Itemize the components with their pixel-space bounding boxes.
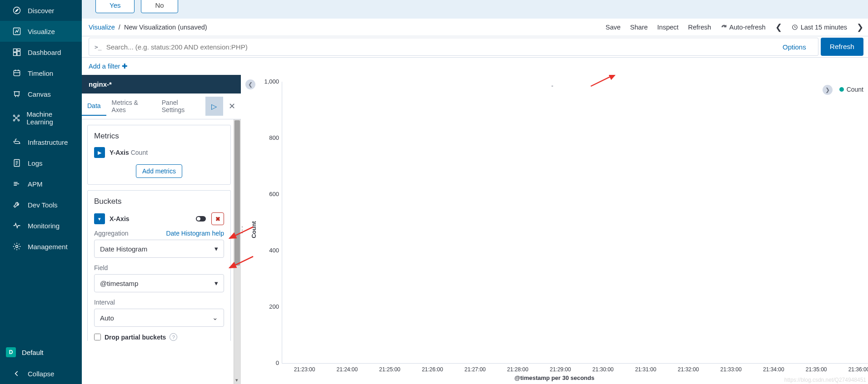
- chart-next-button[interactable]: ❯: [823, 85, 833, 95]
- field-label: Field: [94, 264, 108, 271]
- chevron-down-icon: ▾: [215, 279, 218, 287]
- notice-no-button[interactable]: No: [141, 0, 178, 13]
- x-tick: 21:23:00: [294, 366, 315, 373]
- refresh-button[interactable]: Refresh: [821, 38, 863, 56]
- share-action[interactable]: Share: [630, 24, 648, 31]
- nav-machine-learning[interactable]: Machine Learning: [0, 104, 82, 132]
- refresh-action[interactable]: Refresh: [688, 24, 711, 31]
- y-tick: 400: [260, 247, 279, 254]
- resize-handle[interactable]: ⋮: [238, 225, 246, 235]
- yaxis-label: Y-Axis: [110, 149, 129, 156]
- index-pattern-header[interactable]: nginx-*: [82, 75, 241, 94]
- x-tick: 21:33:00: [720, 366, 742, 373]
- drop-partial-checkbox[interactable]: [94, 334, 101, 340]
- y-tick: 600: [260, 191, 279, 197]
- save-action[interactable]: Save: [606, 24, 621, 31]
- panel-tabs: Data Metrics & Axes Panel Settings ▷ ✕: [82, 94, 241, 119]
- aggregation-help-link[interactable]: Date Histogram help: [166, 230, 224, 237]
- time-next-button[interactable]: ❯: [857, 22, 863, 32]
- annotation-arrow: [589, 75, 620, 89]
- y-axis-line: [282, 82, 282, 363]
- y-tick: 0: [260, 359, 279, 366]
- tab-panel-settings[interactable]: Panel Settings: [156, 94, 205, 119]
- svg-point-12: [15, 117, 17, 118]
- collapse-icon: ▾: [94, 213, 105, 224]
- breadcrumb-root[interactable]: Visualize: [89, 24, 115, 31]
- x-tick: 21:29:00: [550, 366, 571, 373]
- svg-rect-5: [14, 53, 17, 56]
- infra-icon: [10, 138, 23, 147]
- nav-management[interactable]: Management: [0, 236, 82, 257]
- nav-label: Collapse: [28, 370, 54, 378]
- notice-yes-button[interactable]: Yes: [95, 0, 135, 13]
- space-default[interactable]: DDefault: [0, 341, 82, 363]
- x-tick: 21:27:00: [464, 366, 486, 373]
- logs-icon: [10, 158, 23, 167]
- search-row: >_ Options Refresh: [82, 36, 868, 58]
- help-icon[interactable]: ?: [170, 333, 177, 341]
- delete-bucket-button[interactable]: ✖: [211, 212, 224, 225]
- svg-rect-7: [14, 70, 20, 76]
- x-axis-line: [282, 363, 868, 364]
- clock-icon: [792, 24, 798, 30]
- x-tick: 21:35:00: [806, 366, 827, 373]
- scrollbar-thumb[interactable]: [234, 120, 240, 266]
- scroll-down-icon[interactable]: ▾: [235, 377, 238, 383]
- search-box[interactable]: >_ Options: [89, 38, 818, 56]
- tab-metrics-axes[interactable]: Metrics & Axes: [106, 94, 156, 119]
- time-range[interactable]: Last 15 minutes: [792, 24, 847, 31]
- nav-dashboard[interactable]: Dashboard: [0, 42, 82, 63]
- svg-rect-4: [17, 49, 20, 51]
- time-prev-button[interactable]: ❮: [775, 22, 782, 32]
- nav-discover[interactable]: Discover: [0, 0, 82, 21]
- tab-data[interactable]: Data: [82, 97, 106, 116]
- nav-infrastructure[interactable]: Infrastructure: [0, 132, 82, 153]
- nav-logs[interactable]: Logs: [0, 153, 82, 173]
- chart-empty-marker: -: [551, 82, 554, 89]
- legend-label: Count: [847, 86, 863, 93]
- field-select[interactable]: @timestamp▾: [94, 274, 224, 292]
- xaxis-row[interactable]: ▾ X-Axis: [94, 213, 130, 224]
- section-title: Buckets: [94, 197, 224, 206]
- ml-icon: [10, 113, 22, 123]
- compass-icon: [10, 6, 23, 15]
- close-panel-button[interactable]: ✕: [223, 101, 241, 111]
- nav-label: Timelion: [28, 69, 53, 77]
- y-tick: 200: [260, 303, 279, 310]
- aggregation-select[interactable]: Date Histogram▾: [94, 240, 224, 258]
- search-input[interactable]: [106, 43, 776, 51]
- yaxis-row[interactable]: ▶ Y-Axis Count: [94, 147, 224, 158]
- nav-collapse[interactable]: Collapse: [0, 363, 82, 384]
- notice-bar: Yes No: [82, 0, 868, 19]
- drop-partial-checkbox-row: Drop partial buckets ?: [94, 333, 224, 341]
- x-tick: 21:25:00: [379, 366, 400, 373]
- bucket-toggle[interactable]: [196, 216, 206, 222]
- chart-prev-button[interactable]: ❮: [245, 79, 255, 89]
- nav-dev-tools[interactable]: Dev Tools: [0, 194, 82, 215]
- y-tick: 1,000: [260, 78, 279, 85]
- add-filter-link[interactable]: Add a filter ✚: [89, 63, 128, 70]
- search-options[interactable]: Options: [776, 43, 813, 51]
- nav-canvas[interactable]: Canvas: [0, 84, 82, 104]
- add-metrics-button[interactable]: Add metrics: [136, 164, 182, 178]
- scrollbar[interactable]: ▾: [234, 119, 241, 384]
- chart-legend[interactable]: Count: [839, 86, 863, 93]
- y-tick: 800: [260, 134, 279, 141]
- nav-apm[interactable]: APM: [0, 173, 82, 194]
- collapse-icon: [10, 369, 23, 378]
- chevron-down-icon: ⌄: [212, 314, 218, 322]
- nav-label: APM: [28, 180, 43, 188]
- interval-select[interactable]: Auto⌄: [94, 309, 224, 327]
- interval-label: Interval: [94, 299, 115, 306]
- nav-label: Machine Learning: [26, 110, 76, 126]
- refresh-icon: [721, 24, 727, 30]
- auto-refresh-action[interactable]: Auto-refresh: [721, 24, 766, 31]
- nav-visualize[interactable]: Visualize: [0, 21, 82, 42]
- chevron-down-icon: ▾: [215, 245, 218, 253]
- apply-changes-button[interactable]: ▷: [205, 97, 223, 116]
- nav-label: Dev Tools: [28, 201, 58, 209]
- nav-monitoring[interactable]: Monitoring: [0, 215, 82, 236]
- inspect-action[interactable]: Inspect: [657, 24, 678, 31]
- config-panel: nginx-* Data Metrics & Axes Panel Settin…: [82, 75, 241, 384]
- nav-timelion[interactable]: Timelion: [0, 63, 82, 84]
